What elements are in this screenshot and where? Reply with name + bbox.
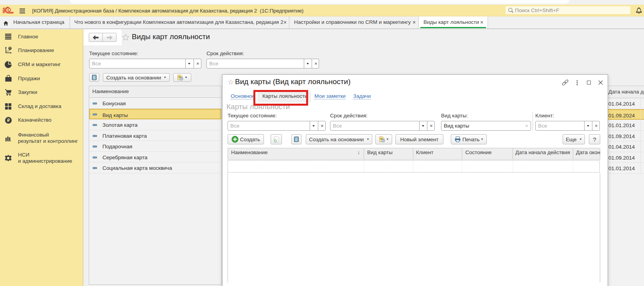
- svg-text:₸: ₸: [9, 47, 11, 50]
- svg-text:₽: ₽: [7, 118, 10, 122]
